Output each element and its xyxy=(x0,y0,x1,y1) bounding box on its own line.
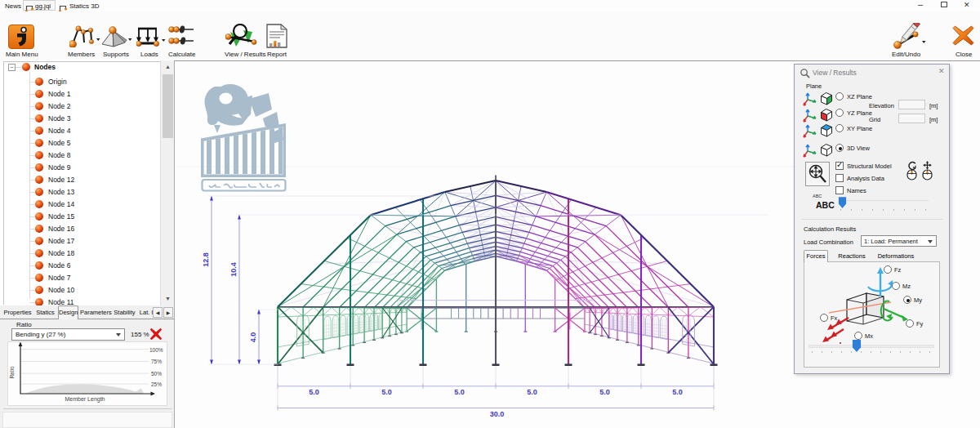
svg-text:Ratio: Ratio xyxy=(9,366,15,379)
svg-text:12.8: 12.8 xyxy=(202,252,210,267)
svg-text:100%: 100% xyxy=(149,347,163,353)
svg-text:50%: 50% xyxy=(151,371,162,377)
svg-text:5.0: 5.0 xyxy=(381,388,392,396)
svg-text:10.4: 10.4 xyxy=(229,262,238,277)
svg-text:5.0: 5.0 xyxy=(672,388,683,396)
svg-text:75%: 75% xyxy=(151,359,162,364)
svg-text:4.0: 4.0 xyxy=(249,332,257,343)
svg-text:5.0: 5.0 xyxy=(309,388,319,396)
svg-text:5.0: 5.0 xyxy=(527,388,537,396)
svg-text:25%: 25% xyxy=(151,381,162,387)
svg-text:Member Length: Member Length xyxy=(65,396,105,403)
svg-text:5.0: 5.0 xyxy=(599,388,610,396)
svg-text:30.0: 30.0 xyxy=(490,410,505,418)
svg-text:5.0: 5.0 xyxy=(454,388,465,396)
